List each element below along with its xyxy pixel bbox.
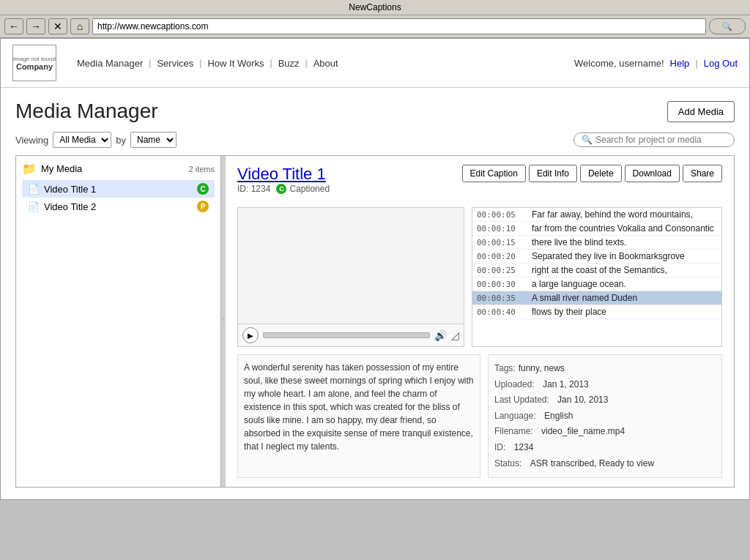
- uploaded-label: Uploaded:: [494, 377, 535, 393]
- browser-title: NewCaptions: [349, 2, 401, 12]
- file-icon: 📄: [28, 184, 40, 195]
- status-label: Status:: [494, 456, 521, 472]
- nav-services[interactable]: Services: [151, 58, 199, 69]
- browser-chrome: NewCaptions ← → ✕ ⌂ 🔍: [0, 0, 750, 38]
- page-header: Media Manager Add Media: [15, 100, 735, 123]
- caption-time: 00:00:30: [477, 280, 524, 289]
- media-item-name: Video Title 2: [44, 201, 193, 212]
- last-updated-label: Last Updated:: [494, 392, 549, 408]
- filename-label: Filename:: [494, 424, 533, 440]
- folder-header: 📁 My Media 2 items: [22, 162, 215, 176]
- by-label: by: [116, 135, 126, 146]
- tags-row: Tags: funny, news: [494, 361, 716, 377]
- page-wrapper: Image not found Company Media Manager | …: [0, 38, 750, 500]
- video-captions-row: ▶ 🔊 ◿ 00:00:05 Far far away, behind the …: [237, 207, 722, 347]
- captioned-label: Captioned: [289, 184, 330, 194]
- video-controls: ▶ 🔊 ◿: [237, 324, 464, 347]
- list-item[interactable]: 📄 Video Title 2 P: [22, 198, 215, 215]
- two-panel: 📁 My Media 2 items 📄 Video Title 1 C 📄 V…: [15, 155, 735, 488]
- caption-text: right at the coast of the Semantics,: [532, 265, 667, 275]
- delete-button[interactable]: Delete: [580, 165, 622, 182]
- right-panel: Video Title 1 ID: 1234 C Captioned Edit …: [226, 156, 734, 487]
- items-count: 2 items: [189, 165, 215, 173]
- video-meta: ID: 1234 C Captioned: [237, 184, 330, 194]
- help-link[interactable]: Help: [670, 58, 690, 69]
- caption-text: Separated they live in Bookmarksgrove: [532, 251, 685, 261]
- video-id: ID: 1234: [237, 184, 270, 194]
- tags-box: Tags: funny, news Uploaded: Jan 1, 2013 …: [488, 354, 722, 478]
- caption-text: there live the blind texts.: [532, 237, 626, 247]
- nav-buzz[interactable]: Buzz: [272, 58, 305, 69]
- search-input[interactable]: [595, 135, 727, 145]
- desc-tags-row: A wonderful serenity has taken possessio…: [237, 354, 722, 478]
- action-buttons: Edit Caption Edit Info Delete Download S…: [462, 165, 723, 182]
- caption-text: Far far away, behind the word mountains,: [532, 209, 693, 220]
- tags-label: Tags:: [494, 361, 516, 377]
- filename-row: Filename: video_file_name.mp4: [494, 424, 716, 440]
- forward-button[interactable]: →: [26, 18, 45, 34]
- caption-row: 00:00:40 flows by their place: [472, 305, 721, 319]
- filename-value: video_file_name.mp4: [541, 424, 625, 440]
- folder-title: 📁 My Media: [22, 162, 82, 176]
- status-badge-captioned: C: [197, 183, 209, 195]
- caption-row: 00:00:10 far from the countries Vokalia …: [472, 222, 721, 236]
- volume-icon[interactable]: 🔊: [434, 329, 447, 341]
- nav-how-it-works[interactable]: How It Works: [201, 58, 270, 69]
- video-header: Video Title 1 ID: 1234 C Captioned Edit …: [237, 165, 722, 201]
- caption-row: 00:00:15 there live the blind texts.: [472, 236, 721, 250]
- browser-title-bar: NewCaptions: [0, 0, 750, 15]
- nav-about[interactable]: About: [308, 58, 344, 69]
- viewing-label: Viewing: [15, 135, 48, 146]
- logout-link[interactable]: Log Out: [704, 58, 738, 69]
- caption-time: 00:00:15: [477, 238, 524, 247]
- caption-time: 00:00:20: [477, 252, 524, 261]
- media-item-name: Video Title 1: [44, 184, 193, 195]
- viewing-controls: Viewing All Media by Name: [15, 132, 177, 148]
- search-icon: 🔍: [582, 135, 593, 145]
- progress-bar[interactable]: [263, 332, 430, 338]
- browser-toolbar: ← → ✕ ⌂ 🔍: [0, 15, 750, 37]
- caption-list: 00:00:05 Far far away, behind the word m…: [472, 207, 722, 347]
- captioned-dot: C: [276, 184, 286, 194]
- search-box[interactable]: 🔍: [573, 132, 735, 147]
- download-button[interactable]: Download: [625, 165, 680, 182]
- home-button[interactable]: ⌂: [70, 18, 89, 34]
- site-logo: Image not found Company: [12, 45, 56, 81]
- caption-time: 00:00:05: [477, 210, 524, 220]
- id-row: ID: 1234: [494, 440, 716, 456]
- share-button[interactable]: Share: [683, 165, 722, 182]
- caption-row: 00:00:30 a large language ocean.: [472, 277, 721, 291]
- add-media-button[interactable]: Add Media: [667, 101, 735, 122]
- sort-dropdown[interactable]: Name: [130, 132, 177, 148]
- list-item[interactable]: 📄 Video Title 1 C: [22, 180, 215, 198]
- uploaded-row: Uploaded: Jan 1, 2013: [494, 377, 716, 393]
- nav-media-manager[interactable]: Media Manager: [71, 58, 149, 69]
- header-right: Welcome, username! Help | Log Out: [574, 58, 738, 69]
- caption-text: a large language ocean.: [532, 279, 626, 289]
- browser-search-button[interactable]: 🔍: [709, 18, 746, 34]
- stop-button[interactable]: ✕: [48, 18, 67, 34]
- caption-text: flows by their place: [532, 307, 606, 317]
- viewing-row: Viewing All Media by Name 🔍: [15, 132, 735, 148]
- back-button[interactable]: ←: [4, 18, 23, 34]
- caption-row: 00:00:05 Far far away, behind the word m…: [472, 208, 721, 222]
- caption-row-highlighted: 00:00:35 A small river named Duden: [472, 291, 721, 305]
- main-content: Media Manager Add Media Viewing All Medi…: [1, 88, 749, 499]
- viewing-dropdown[interactable]: All Media: [53, 132, 111, 148]
- left-panel: 📁 My Media 2 items 📄 Video Title 1 C 📄 V…: [16, 156, 221, 487]
- play-button[interactable]: ▶: [242, 327, 259, 343]
- caption-text: far from the countries Vokalia and Conso…: [532, 223, 714, 234]
- fullscreen-icon[interactable]: ◿: [451, 329, 459, 341]
- tags-value: funny, news: [519, 361, 565, 377]
- captioned-badge: C Captioned: [276, 184, 330, 194]
- file-icon: 📄: [28, 201, 40, 212]
- edit-caption-button[interactable]: Edit Caption: [462, 165, 526, 182]
- folder-icon: 📁: [22, 162, 37, 176]
- video-title[interactable]: Video Title 1: [237, 165, 330, 184]
- site-header: Image not found Company Media Manager | …: [1, 39, 749, 88]
- caption-row: 00:00:25 right at the coast of the Seman…: [472, 264, 721, 277]
- folder-name: My Media: [41, 163, 82, 174]
- description-text: A wonderful serenity has taken possessio…: [244, 362, 473, 452]
- edit-info-button[interactable]: Edit Info: [529, 165, 577, 182]
- address-bar[interactable]: [92, 18, 706, 34]
